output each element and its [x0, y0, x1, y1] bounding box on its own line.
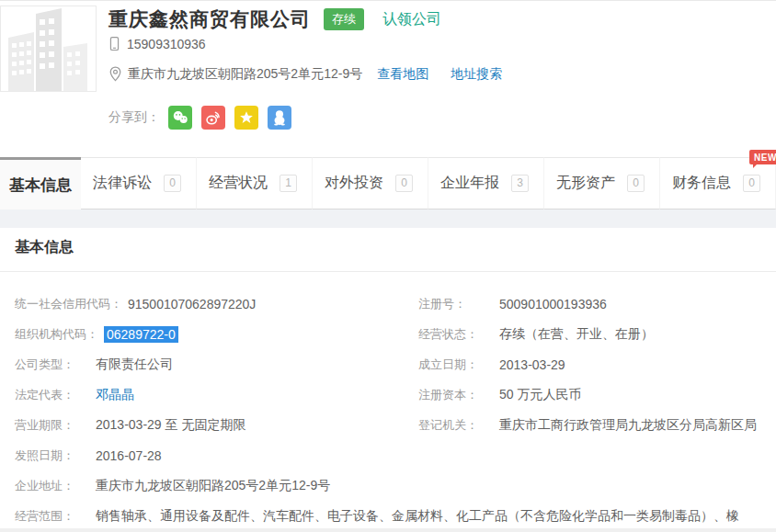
- buildings-placeholder-icon: [1, 6, 96, 91]
- tab-label: 经营状况: [209, 174, 268, 193]
- company-address: 重庆市九龙坡区朝阳路205号2单元12-9号: [128, 66, 362, 83]
- info-label: 营业期限：: [15, 417, 90, 434]
- legal-representative-link[interactable]: 邓晶晶: [96, 387, 134, 403]
- address-search-link[interactable]: 地址搜索: [451, 66, 502, 83]
- info-column-right: 注册号： 500901000193936 经营状态： 存续（在营、开业、在册） …: [418, 289, 776, 440]
- share-row: 分享到：: [108, 106, 301, 130]
- tab-count-badge: 0: [627, 175, 645, 192]
- info-row-business-scope: 经营范围： 销售轴承、通用设备及配件、汽车配件、电子设备、金属材料、化工产品（不…: [15, 501, 776, 531]
- tab-outbound-investment[interactable]: 对外投资 0: [313, 157, 428, 209]
- info-label: 注册号：: [418, 296, 494, 312]
- info-label: 经营范围：: [15, 508, 90, 525]
- info-value: 50 万元人民币: [499, 387, 581, 403]
- qq-penguin-icon: [269, 108, 290, 128]
- tab-label: 基本信息: [9, 175, 72, 196]
- info-value: 有限责任公司: [96, 357, 173, 373]
- phone-row: 15909310936: [108, 36, 206, 52]
- tab-count-badge: 3: [511, 175, 529, 192]
- tab-annual-reports[interactable]: 企业年报 3: [428, 157, 544, 209]
- info-row-registration-authority: 登记机关： 重庆市工商行政管理局九龙坡区分局高新区局: [418, 410, 776, 440]
- tab-count-badge: 0: [395, 175, 413, 192]
- company-profile-page: 重庆鑫然商贸有限公司 存续 认领公司 15909310936 重庆市九龙坡区朝阳…: [0, 0, 776, 532]
- info-value-selected: 06289722-0: [104, 326, 178, 343]
- company-name: 重庆鑫然商贸有限公司: [108, 6, 311, 32]
- address-row: 重庆市九龙坡区朝阳路205号2单元12-9号 查看地图 地址搜索: [108, 65, 502, 83]
- location-pin-icon: [108, 65, 122, 83]
- section-title: 基本信息: [15, 238, 776, 258]
- share-wechat-button[interactable]: [168, 106, 192, 130]
- tab-count-badge: 0: [743, 175, 760, 192]
- tab-label: 对外投资: [325, 174, 383, 193]
- bottom-separator: [0, 528, 776, 532]
- info-value: 销售轴承、通用设备及配件、汽车配件、电子设备、金属材料、化工产品（不含危险化学品…: [96, 508, 739, 525]
- basic-info-section: 基本信息 统一社会信用代码： 91500107062897220J 组织机构代码…: [0, 228, 776, 532]
- info-row-registration-number: 注册号： 500901000193936: [418, 289, 776, 319]
- info-value: 2013-03-29: [499, 357, 565, 372]
- tab-basic-info[interactable]: 基本信息: [0, 157, 81, 209]
- share-label: 分享到：: [108, 109, 160, 126]
- info-value: 重庆市工商行政管理局九龙坡区分局高新区局: [499, 417, 757, 434]
- info-value: 2013-03-29 至 无固定期限: [96, 417, 245, 434]
- info-value: 91500107062897220J: [128, 297, 256, 311]
- tab-label: 法律诉讼: [93, 174, 152, 193]
- weibo-icon: [203, 108, 223, 128]
- info-row-operating-state: 经营状态： 存续（在营、开业、在册）: [418, 319, 776, 349]
- view-map-link[interactable]: 查看地图: [377, 66, 428, 83]
- title-row: 重庆鑫然商贸有限公司 存续 认领公司: [108, 6, 441, 32]
- status-badge: 存续: [324, 8, 364, 30]
- claim-company-link[interactable]: 认领公司: [382, 10, 441, 29]
- company-logo: [0, 6, 97, 92]
- info-label: 法定代表：: [15, 387, 90, 403]
- tab-label: 财务信息: [672, 174, 731, 193]
- share-qzone-button[interactable]: [234, 106, 258, 130]
- tab-count-badge: 1: [280, 175, 297, 192]
- tab-operating-status[interactable]: 经营状况 1: [197, 157, 313, 209]
- info-grid: 统一社会信用代码： 91500107062897220J 组织机构代码： 062…: [0, 272, 776, 532]
- info-label: 发照日期：: [15, 447, 90, 464]
- info-value: 存续（在营、开业、在册）: [499, 326, 654, 343]
- info-value: 2016-07-28: [96, 448, 162, 463]
- info-row-establish-date: 成立日期： 2013-03-29: [418, 349, 776, 379]
- company-header: 重庆鑫然商贸有限公司 存续 认领公司 15909310936 重庆市九龙坡区朝阳…: [0, 1, 776, 157]
- info-row-registered-capital: 注册资本： 50 万元人民币: [418, 379, 776, 410]
- tab-label: 企业年报: [440, 174, 499, 193]
- info-label: 公司类型：: [15, 357, 90, 373]
- qzone-star-icon: [236, 108, 257, 128]
- info-label: 统一社会信用代码：: [15, 296, 122, 312]
- info-label: 登记机关：: [418, 417, 494, 434]
- info-value: 重庆市九龙坡区朝阳路205号2单元12-9号: [96, 478, 330, 494]
- phone-number: 15909310936: [127, 37, 206, 51]
- info-label: 组织机构代码：: [15, 326, 98, 343]
- tab-count-badge: 0: [164, 175, 181, 192]
- new-badge: NEW: [749, 150, 776, 164]
- info-label: 经营状态：: [418, 326, 494, 343]
- section-separator-band: [0, 209, 776, 228]
- tab-label: 无形资产: [556, 174, 615, 193]
- tab-bar: 基本信息 法律诉讼 0 经营状况 1 对外投资 0 企业年报 3 无形资产 0 …: [0, 157, 776, 209]
- info-value: 500901000193936: [499, 297, 607, 311]
- info-label: 企业地址：: [15, 478, 90, 494]
- tab-intangible-assets[interactable]: 无形资产 0: [544, 157, 660, 209]
- info-label: 注册资本：: [418, 387, 494, 403]
- tab-legal-litigation[interactable]: 法律诉讼 0: [81, 157, 197, 209]
- info-row-company-address: 企业地址： 重庆市九龙坡区朝阳路205号2单元12-9号: [15, 470, 776, 501]
- info-row-license-date: 发照日期： 2016-07-28: [15, 440, 776, 470]
- share-qq-button[interactable]: [268, 106, 291, 130]
- phone-icon: [108, 36, 120, 52]
- wechat-icon: [170, 108, 190, 128]
- share-weibo-button[interactable]: [201, 106, 225, 130]
- info-label: 成立日期：: [418, 357, 494, 373]
